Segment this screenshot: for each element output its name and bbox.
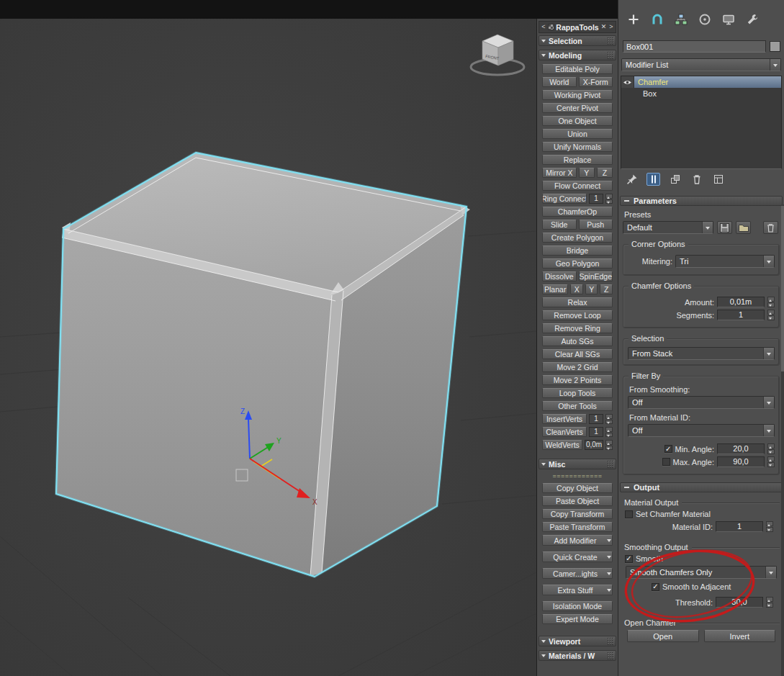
min-angle-spinner[interactable] (767, 443, 775, 454)
dissolve-button[interactable]: Dissolve (542, 271, 577, 281)
preset-dropdown[interactable]: Default (623, 221, 713, 234)
mirror-z-button[interactable]: Z (597, 168, 613, 178)
prev-floater-arrow[interactable]: < (541, 22, 546, 32)
create-polygon-button[interactable]: Create Polygon (542, 233, 613, 243)
next-floater-arrow[interactable]: > (608, 22, 614, 32)
min-angle-checkbox[interactable]: ✓ (664, 445, 672, 453)
panel-scrollbar[interactable] (781, 204, 784, 676)
max-angle-field[interactable]: 90,0 (717, 456, 765, 467)
flow-connect-button[interactable]: Flow Connect (542, 181, 613, 191)
object-name-input[interactable] (623, 40, 766, 53)
spin-up-icon[interactable] (767, 310, 775, 315)
mitering-dropdown[interactable]: Tri (675, 255, 775, 268)
invert-button[interactable]: Invert (704, 630, 776, 642)
union-button[interactable]: Union (542, 129, 613, 139)
dropdown-arrow[interactable] (702, 222, 713, 233)
threshold-spinner[interactable] (766, 597, 773, 608)
auto-sgs-button[interactable]: Auto SGs (542, 336, 613, 346)
rollout-grip[interactable] (607, 51, 613, 59)
dropdown-arrow[interactable] (763, 348, 774, 359)
spin-up-icon[interactable] (767, 443, 775, 449)
parameters-rollout-header[interactable]: Parameters (620, 196, 783, 206)
spin-down-icon[interactable] (767, 449, 775, 454)
pin-stack-icon[interactable] (625, 173, 639, 186)
copy-object-button[interactable]: Copy Object (542, 483, 613, 493)
modify-tab-icon[interactable] (649, 12, 665, 27)
dropdown-arrow[interactable] (770, 59, 780, 71)
output-rollout-header[interactable]: Output (620, 482, 783, 492)
show-end-result-icon[interactable] (646, 173, 660, 186)
push-button[interactable]: Push (579, 220, 613, 230)
slide-button[interactable]: Slide (542, 220, 577, 230)
spin-up-icon[interactable] (605, 440, 613, 445)
editable-poly-button[interactable]: Editable Poly (542, 64, 613, 74)
loop-tools-button[interactable]: Loop Tools (542, 388, 613, 398)
spin-down-icon[interactable] (605, 199, 613, 204)
paste-object-button[interactable]: Paste Object (542, 496, 613, 506)
min-angle-field[interactable]: 20,0 (717, 443, 765, 454)
segments-spinner[interactable] (767, 310, 775, 320)
smooth-mode-dropdown[interactable]: Smooth Chamfers Only (626, 566, 777, 579)
copy-transform-button[interactable]: Copy Transform (542, 509, 613, 519)
segments-field[interactable]: 1 (717, 310, 765, 320)
spin-down-icon[interactable] (605, 433, 613, 438)
unify-normals-button[interactable]: Unify Normals (542, 142, 613, 152)
modifier-list-dropdown[interactable]: Modifier List (621, 58, 781, 71)
add-modifier-dropdown[interactable]: Add Modifier (542, 535, 613, 546)
bridge-button[interactable]: Bridge (542, 245, 613, 256)
xform-button[interactable]: X-Form (579, 77, 613, 87)
spin-down-icon[interactable] (605, 446, 613, 451)
planar-y-button[interactable]: Y (585, 284, 598, 294)
paste-transform-button[interactable]: Paste Transform (542, 522, 613, 532)
max-angle-checkbox[interactable] (662, 458, 670, 466)
rollout-grip[interactable] (607, 652, 613, 659)
insertverts-field[interactable]: 1 (589, 414, 603, 424)
rappatools-titlebar[interactable]: < RappaTools ✕ > (539, 21, 616, 33)
spin-down-icon[interactable] (767, 462, 775, 467)
relax-button[interactable]: Relax (542, 297, 613, 307)
rollout-materials[interactable]: Materials / W (539, 650, 616, 661)
create-tab-icon[interactable] (626, 12, 641, 27)
object-color-swatch[interactable] (770, 41, 780, 52)
dropdown-arrow[interactable] (763, 397, 774, 408)
move-2-grid-button[interactable]: Move 2 Grid (542, 362, 613, 372)
rollout-viewport[interactable]: Viewport (539, 636, 616, 646)
motion-tab-icon[interactable] (697, 12, 713, 27)
rollout-misc[interactable]: Misc (539, 459, 616, 469)
chamferop-button[interactable]: ChamferOp (542, 207, 613, 217)
modifier-stack-item-chamfer[interactable]: Chamfer (621, 76, 781, 88)
quick-create-dropdown[interactable]: Quick Create (542, 551, 613, 562)
scrollbar-thumb[interactable] (781, 206, 784, 371)
rollout-grip[interactable] (607, 460, 613, 468)
from-material-dropdown[interactable]: Off (628, 424, 775, 437)
spin-down-icon[interactable] (766, 603, 773, 608)
expert-mode-button[interactable]: Expert Mode (542, 614, 613, 624)
spin-up-icon[interactable] (605, 414, 613, 419)
smooth-to-adjacent-checkbox[interactable]: ✓ (652, 583, 659, 591)
from-smoothing-dropdown[interactable]: Off (628, 396, 775, 409)
dropdown-arrow[interactable] (763, 425, 774, 436)
isolation-mode-button[interactable]: Isolation Mode (542, 601, 613, 611)
close-icon[interactable]: ✕ (600, 22, 607, 32)
modifier-visibility-toggle[interactable] (621, 76, 634, 88)
open-button[interactable]: Open (627, 630, 699, 642)
geo-polygon-button[interactable]: Geo Polygon (542, 258, 613, 269)
weldverts-button[interactable]: WeldVerts (542, 440, 582, 450)
cleanverts-field[interactable]: 1 (589, 427, 603, 437)
ring-connect-button[interactable]: Ring Connect (542, 194, 587, 204)
spin-down-icon[interactable] (767, 315, 775, 320)
weldverts-spinner[interactable] (605, 440, 613, 450)
weldverts-field[interactable]: 0,0m (585, 440, 603, 450)
center-pivot-button[interactable]: Center Pivot (542, 103, 613, 113)
working-pivot-button[interactable]: Working Pivot (542, 90, 613, 100)
chamfered-box[interactable] (56, 153, 470, 577)
material-id-field[interactable]: 1 (716, 521, 763, 532)
rollout-selection[interactable]: Selection (539, 35, 616, 46)
extra-stuff-dropdown[interactable]: Extra Stuff (542, 585, 613, 595)
clear-all-sgs-button[interactable]: Clear All SGs (542, 349, 613, 359)
dropdown-arrow[interactable] (763, 256, 774, 267)
move-2-points-button[interactable]: Move 2 Points (542, 375, 613, 385)
hierarchy-tab-icon[interactable] (673, 12, 689, 27)
ring-connect-spinner[interactable] (605, 194, 613, 204)
configure-modifier-sets-icon[interactable] (711, 173, 725, 186)
